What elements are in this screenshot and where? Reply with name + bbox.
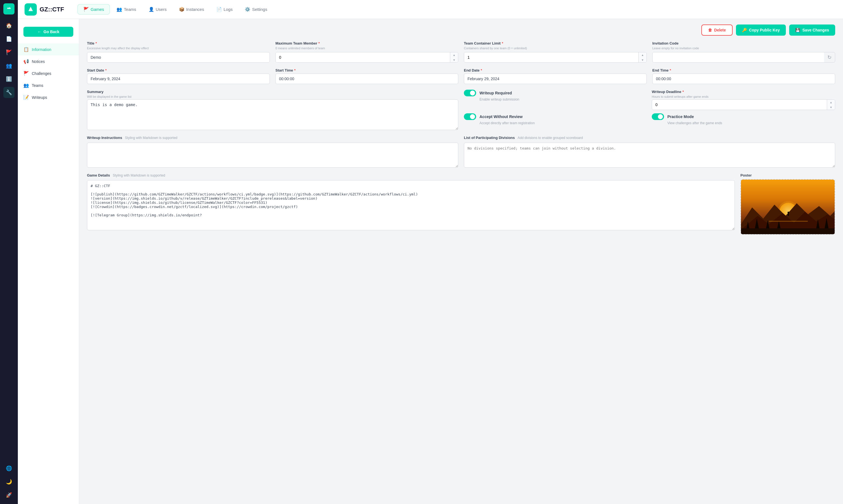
writeups-icon: 📝 xyxy=(23,95,29,100)
sidebar-item-teams[interactable]: 👥 Teams xyxy=(18,79,79,91)
right-toggles: Writeup Required Enable writeup submissi… xyxy=(464,90,835,130)
writeup-required-switch[interactable] xyxy=(464,90,476,96)
divisions-label: List of Participating Divisions xyxy=(464,136,515,140)
start-date-input[interactable]: February 9, 2024 xyxy=(87,73,270,84)
save-changes-button[interactable]: 💾 Save Changes xyxy=(789,24,835,36)
nav-logs-label: Logs xyxy=(224,7,233,12)
container-spinner: ▲ ▼ xyxy=(464,52,647,62)
end-date-input[interactable]: February 29, 2024 xyxy=(464,73,647,84)
end-time-required: * xyxy=(670,68,671,72)
container-up[interactable]: ▲ xyxy=(639,52,647,57)
max-team-spinner: ▲ ▼ xyxy=(275,52,458,62)
notices-icon: 📢 xyxy=(23,59,29,64)
divisions-label-row: List of Participating Divisions Add divi… xyxy=(464,136,835,140)
svg-point-1 xyxy=(30,8,32,11)
container-input[interactable] xyxy=(464,52,638,62)
copy-public-key-button[interactable]: 🔑 Copy Public Key xyxy=(736,24,786,36)
end-date-label: End Date * xyxy=(464,68,647,72)
start-time-input[interactable]: 00:00:00 xyxy=(275,73,458,84)
sidebar-icon-wrench[interactable]: 🔧 xyxy=(3,87,15,98)
container-down[interactable]: ▼ xyxy=(639,57,647,62)
save-icon: 💾 xyxy=(795,28,800,32)
sidebar-notices-label: Notices xyxy=(32,59,45,64)
nav-instances-label: Instances xyxy=(186,7,204,12)
sidebar-icon-flag[interactable]: 🚩 xyxy=(3,47,15,58)
deadline-input[interactable] xyxy=(652,100,827,110)
brand-name: GZ::CTF xyxy=(39,6,64,13)
max-team-up[interactable]: ▲ xyxy=(450,52,458,57)
divisions-textarea[interactable] xyxy=(464,143,835,168)
end-time-input[interactable]: 00:00:00 xyxy=(652,73,835,84)
sidebar-icon-home[interactable]: 🏠 xyxy=(3,20,15,31)
svg-rect-16 xyxy=(769,221,808,222)
max-team-hint: 0 means unlimited members of team xyxy=(275,47,458,50)
svg-rect-7 xyxy=(741,228,835,235)
start-date-label: Start Date * xyxy=(87,68,270,72)
information-icon: 📋 xyxy=(23,47,29,52)
max-team-required: * xyxy=(319,41,320,46)
start-time-label: Start Time * xyxy=(275,68,458,72)
invitation-input[interactable] xyxy=(653,52,824,62)
nav-users[interactable]: 👤 Users xyxy=(143,4,172,14)
nav-logs[interactable]: 📄 Logs xyxy=(211,4,238,14)
action-bar: 🗑 Delete 🔑 Copy Public Key 💾 Save Change… xyxy=(87,24,835,36)
divisions-hint: Add divisions to enable grouped scoreboa… xyxy=(518,136,583,140)
max-team-down[interactable]: ▼ xyxy=(450,57,458,62)
sidebar-item-writeups[interactable]: 📝 Writeups xyxy=(18,91,79,103)
max-team-member-field: Maximum Team Member * 0 means unlimited … xyxy=(275,41,458,62)
form-area: 🗑 Delete 🔑 Copy Public Key 💾 Save Change… xyxy=(79,19,843,504)
challenges-icon: 🚩 xyxy=(23,71,29,76)
container-limit-field: Team Container Limit * Containers shared… xyxy=(464,41,647,62)
sidebar-item-notices[interactable]: 📢 Notices xyxy=(18,55,79,67)
practice-mode-switch[interactable] xyxy=(652,113,664,120)
sidebar-item-information[interactable]: 📋 Information xyxy=(18,43,79,55)
divisions-field: List of Participating Divisions Add divi… xyxy=(464,136,835,168)
delete-button[interactable]: 🗑 Delete xyxy=(701,24,733,36)
invitation-hint: Leave empty for no invitation code xyxy=(652,47,835,50)
deadline-spinner: ▲ ▼ xyxy=(652,100,835,110)
sidebar-icon-deploy[interactable]: 🚀 xyxy=(3,489,15,501)
key-icon: 🔑 xyxy=(742,28,747,32)
nav-games[interactable]: 🚩 Games xyxy=(78,4,110,15)
poster-label: Poster xyxy=(740,173,835,177)
deadline-hint: Hours to submit writeups after game ends xyxy=(652,95,835,98)
game-details-textarea[interactable]: # GZ::CTF [![publish](https://github.com… xyxy=(87,180,735,230)
nav-settings[interactable]: ⚙️ Settings xyxy=(239,4,273,14)
instances-icon: 📦 xyxy=(179,7,185,12)
deadline-up[interactable]: ▲ xyxy=(827,100,835,105)
writeup-instructions-textarea[interactable] xyxy=(87,143,458,168)
summary-textarea[interactable]: This is a demo game. xyxy=(87,100,458,130)
sidebar-icon-docs[interactable]: 📄 xyxy=(3,33,15,44)
title-input[interactable] xyxy=(87,52,270,62)
go-back-button[interactable]: ← Go Back xyxy=(23,27,73,37)
practice-mode-hint: View challenges after the game ends xyxy=(652,121,835,125)
invitation-code-field: Invitation Code Leave empty for no invit… xyxy=(652,41,835,62)
refresh-icon[interactable]: ↻ xyxy=(824,54,835,60)
game-details-label-row: Game Details Styling with Markdown is su… xyxy=(87,173,735,177)
nav-teams[interactable]: 👥 Teams xyxy=(111,4,142,14)
deadline-down[interactable]: ▼ xyxy=(827,105,835,110)
writeup-instructions-hint: Styling with Markdown is supported xyxy=(125,136,177,140)
accept-review-label: Accept Without Review xyxy=(480,114,523,119)
max-team-input[interactable] xyxy=(276,52,450,62)
sidebar-icon-info[interactable]: ℹ️ xyxy=(3,73,15,85)
delete-label: Delete xyxy=(714,28,726,32)
accept-review-switch[interactable] xyxy=(464,113,476,120)
game-details-label: Game Details xyxy=(87,173,110,177)
save-label: Save Changes xyxy=(802,28,829,32)
logo-icon xyxy=(3,3,15,15)
deadline-label: Writeup Deadline * xyxy=(652,90,835,94)
sidebar-icon-moon[interactable]: 🌙 xyxy=(3,476,15,487)
summary-field: Summary Will be displayed in the game li… xyxy=(87,90,458,130)
summary-row: Summary Will be displayed in the game li… xyxy=(87,90,835,130)
writeup-deadline-field: Writeup Deadline * Hours to submit write… xyxy=(652,90,835,110)
max-team-member-label: Maximum Team Member * xyxy=(275,41,458,46)
trash-icon: 🗑 xyxy=(708,28,712,32)
writeup-divisions-row: Writeup Instructions Styling with Markdo… xyxy=(87,136,835,168)
nav-instances[interactable]: 📦 Instances xyxy=(173,4,210,14)
sidebar-icon-users[interactable]: 👥 xyxy=(3,60,15,71)
sidebar-item-challenges[interactable]: 🚩 Challenges xyxy=(18,67,79,79)
sidebar-icon-translate[interactable]: 🌐 xyxy=(3,463,15,474)
poster-image[interactable] xyxy=(740,179,835,235)
start-time-field: Start Time * 00:00:00 xyxy=(275,68,458,84)
